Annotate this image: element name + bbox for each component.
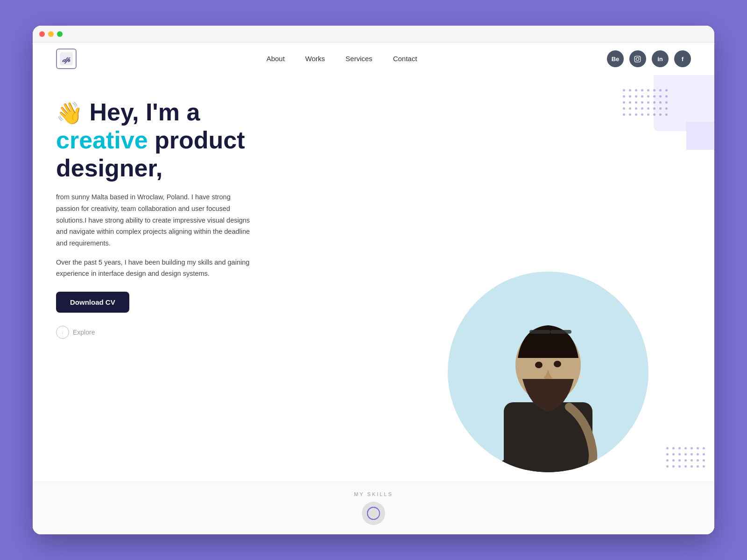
behance-icon[interactable]: Be — [607, 50, 624, 67]
title-line1: 👋 Hey, I'm a — [56, 98, 405, 126]
browser-chrome — [33, 26, 714, 42]
hero-desc2: Over the past 5 years, I have been build… — [56, 257, 252, 280]
facebook-icon[interactable]: f — [674, 50, 691, 67]
creative-word: creative — [56, 126, 148, 154]
browser-frame: 𝒹𝓅 About Works Services Contact Be — [33, 26, 714, 534]
svg-point-3 — [636, 57, 639, 60]
svg-rect-9 — [550, 330, 571, 334]
nav-links: About Works Services Contact — [267, 55, 417, 63]
hero-right — [405, 89, 691, 472]
close-dot[interactable] — [39, 31, 45, 37]
hero-desc1: from sunny Malta based in Wroclaw, Polan… — [56, 191, 252, 249]
skill-circle-1 — [362, 502, 385, 525]
minimize-dot[interactable] — [48, 31, 54, 37]
logo[interactable]: 𝒹𝓅 — [56, 49, 77, 69]
profile-circle — [448, 272, 648, 472]
page-content: 𝒹𝓅 About Works Services Contact Be — [33, 42, 714, 534]
download-cv-button[interactable]: Download CV — [56, 292, 129, 313]
explore-circle-icon: ↓ — [56, 326, 69, 339]
bottom-section: MY SKILLS — [33, 482, 714, 534]
nav-contact[interactable]: Contact — [393, 55, 417, 63]
title-line2: creative product — [56, 126, 405, 154]
nav-works[interactable]: Works — [305, 55, 325, 63]
wave-emoji: 👋 — [56, 101, 83, 125]
explore-label: ↓ Explore — [56, 326, 405, 339]
my-skills-label: MY SKILLS — [56, 491, 691, 497]
svg-point-4 — [639, 57, 640, 57]
svg-point-13 — [579, 375, 583, 378]
nav-about[interactable]: About — [267, 55, 285, 63]
instagram-icon[interactable] — [629, 50, 646, 67]
nav-services[interactable]: Services — [345, 55, 373, 63]
svg-rect-8 — [529, 330, 550, 334]
linkedin-icon[interactable]: in — [652, 50, 669, 67]
svg-point-12 — [554, 361, 561, 367]
navbar: 𝒹𝓅 About Works Services Contact Be — [33, 42, 714, 75]
title-line3: designer, — [56, 154, 405, 182]
hero-title: 👋 Hey, I'm a creative product designer, — [56, 98, 405, 182]
maximize-dot[interactable] — [57, 31, 63, 37]
svg-rect-2 — [635, 56, 641, 62]
skills-preview — [56, 502, 691, 525]
hero-left: 👋 Hey, I'm a creative product designer, … — [56, 89, 405, 472]
explore-text: Explore — [73, 329, 95, 336]
svg-point-11 — [535, 362, 543, 368]
hero-section: 👋 Hey, I'm a creative product designer, … — [33, 75, 714, 482]
social-icons-group: Be in f — [607, 50, 691, 67]
